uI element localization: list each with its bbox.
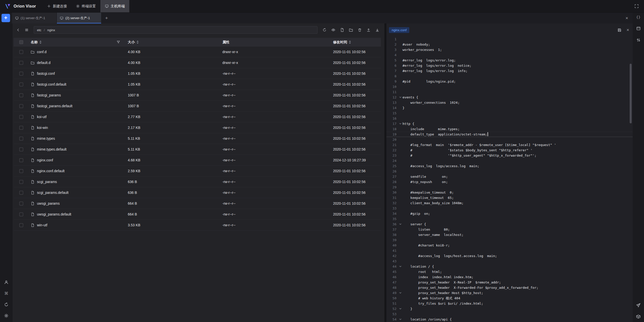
row-checkbox[interactable]: [19, 72, 23, 76]
package-box-icon[interactable]: [636, 314, 641, 319]
sync-icon[interactable]: [4, 302, 9, 307]
row-checkbox[interactable]: [19, 191, 23, 195]
editor-line[interactable]: 6#error_log logs/error.log notice;: [386, 63, 633, 68]
sort-size-icon[interactable]: [137, 41, 139, 44]
row-checkbox[interactable]: [19, 158, 23, 162]
editor-line[interactable]: 33: [386, 206, 633, 211]
editor-line[interactable]: 19 default_type application/octet-stream…: [386, 132, 633, 137]
row-checkbox[interactable]: [19, 223, 23, 227]
tab-server-2-active[interactable]: (2) server-生产-1: [57, 13, 101, 23]
row-checkbox[interactable]: [19, 180, 23, 184]
select-all-checkbox[interactable]: [19, 40, 23, 44]
fold-chevron-icon[interactable]: [398, 121, 403, 126]
row-checkbox[interactable]: [19, 148, 23, 151]
table-row[interactable]: conf.d 4.00 KB drwxr-xr-x 2020-11-01 10:…: [14, 47, 381, 57]
panel-splitter[interactable]: [384, 23, 386, 322]
fold-chevron-icon[interactable]: [398, 290, 403, 296]
new-folder-icon[interactable]: [347, 26, 354, 33]
row-checkbox[interactable]: [19, 202, 23, 205]
editor-line[interactable]: 41: [386, 248, 633, 253]
sort-mtime-icon[interactable]: [349, 41, 351, 44]
editor-line[interactable]: 1: [386, 37, 633, 42]
table-row[interactable]: scgi_params.default 636 B -rw-r--r-- 202…: [14, 187, 381, 198]
upload-icon[interactable]: [365, 26, 372, 33]
back-icon[interactable]: [15, 26, 22, 33]
editor-line[interactable]: 42 #access_log logs/host.access.log main…: [386, 253, 633, 259]
editor-line[interactable]: 15: [386, 111, 633, 116]
fold-chevron-icon[interactable]: [398, 317, 403, 322]
new-file-icon[interactable]: [339, 26, 346, 33]
table-row[interactable]: uwsgi_params 664 B -rw-r--r-- 2020-11-01…: [14, 198, 381, 209]
editor-line[interactable]: 3worker_processes 1;: [386, 47, 633, 52]
editor-line[interactable]: 45 root html;: [386, 269, 633, 274]
editor-line[interactable]: 10: [386, 84, 633, 89]
list-view-icon[interactable]: [23, 26, 30, 33]
editor-line[interactable]: 43: [386, 259, 633, 264]
editor-line[interactable]: 54 location /orion/api {: [386, 317, 633, 322]
editor-line[interactable]: 36 server {: [386, 222, 633, 227]
editor-line[interactable]: 32 client_max_body_size 1048m;: [386, 200, 633, 206]
table-row[interactable]: uwsgi_params.default 664 B -rw-r--r-- 20…: [14, 209, 381, 220]
editor-line[interactable]: 46 index index.html index.htm;: [386, 274, 633, 280]
editor-line[interactable]: 34 #gzip on;: [386, 211, 633, 216]
editor-line[interactable]: 44 location / {: [386, 264, 633, 269]
row-checkbox[interactable]: [19, 169, 23, 173]
fullscreen-icon[interactable]: [633, 3, 640, 10]
row-checkbox[interactable]: [19, 126, 23, 130]
download-icon[interactable]: [374, 26, 381, 33]
new-connection-button[interactable]: +: [2, 14, 10, 22]
editor-line[interactable]: 51 try_files $uri $uri/ /index.html;: [386, 301, 633, 306]
editor-body[interactable]: 12#user nobody;3worker_processes 1;45#er…: [386, 34, 633, 322]
editor-line[interactable]: 22 # '$status $body_bytes_sent "$http_re…: [386, 148, 633, 153]
table-row[interactable]: scgi_params 636 B -rw-r--r-- 2020-11-01 …: [14, 176, 381, 187]
row-checkbox[interactable]: [19, 212, 23, 216]
editor-line[interactable]: 48 proxy_set_header X-Forwarded-For $pro…: [386, 285, 633, 290]
editor-line[interactable]: 23 # '"$http_user_agent" "$http_x_forwar…: [386, 153, 633, 158]
table-row[interactable]: fastcgi.conf.default 1.05 KB -rw-r--r-- …: [14, 79, 381, 90]
editor-line[interactable]: 20: [386, 137, 633, 142]
table-row[interactable]: default.d 4.00 KB drwxr-xr-x 2020-11-01 …: [14, 57, 381, 68]
send-command-icon[interactable]: [636, 303, 641, 308]
editor-line[interactable]: 14}: [386, 105, 633, 111]
fold-chevron-icon[interactable]: [398, 306, 403, 311]
row-checkbox[interactable]: [19, 83, 23, 86]
refresh-icon[interactable]: [321, 26, 328, 33]
table-row[interactable]: fastcgi_params 1007 B -rw-r--r-- 2020-11…: [14, 90, 381, 101]
editor-line[interactable]: 39: [386, 237, 633, 243]
show-hidden-eye-icon[interactable]: [330, 26, 337, 33]
row-checkbox[interactable]: [19, 104, 23, 108]
breadcrumb-segment[interactable]: nginx: [47, 28, 55, 32]
row-checkbox[interactable]: [19, 50, 23, 54]
table-row[interactable]: mime.types.default 5.11 KB -rw-r--r-- 20…: [14, 144, 381, 155]
editor-line[interactable]: 49 proxy_set_header Host $http_host;: [386, 290, 633, 296]
editor-line[interactable]: 5#error_log logs/error.log;: [386, 58, 633, 63]
filter-funnel-icon[interactable]: [116, 40, 120, 44]
editor-line[interactable]: 9#pid logs/nginx.pid;: [386, 79, 633, 84]
menu-item-terminal-settings[interactable]: 终端设置: [71, 0, 100, 12]
table-row[interactable]: fastcgi_params.default 1007 B -rw-r--r--…: [14, 101, 381, 112]
user-icon[interactable]: [4, 280, 9, 284]
menu-item-host-terminal[interactable]: 主机终端: [100, 0, 129, 12]
editor-line[interactable]: 31 keepalive_timeout 65;: [386, 195, 633, 200]
editor-line[interactable]: 8: [386, 74, 633, 79]
row-checkbox[interactable]: [19, 137, 23, 140]
fold-chevron-icon[interactable]: [398, 95, 403, 100]
editor-line[interactable]: 12events {: [386, 95, 633, 100]
editor-line[interactable]: 18 include mime.types;: [386, 126, 633, 132]
editor-line[interactable]: 37 listen 80;: [386, 227, 633, 232]
editor-line[interactable]: 27 sendfile on;: [386, 174, 633, 179]
editor-line[interactable]: 28 #tcp_nopush on;: [386, 179, 633, 185]
command-icon[interactable]: ⌘: [4, 291, 8, 296]
editor-line[interactable]: 11: [386, 89, 633, 95]
editor-close-icon[interactable]: ×: [626, 28, 629, 32]
editor-line[interactable]: 25 #access_log logs/access.log main;: [386, 163, 633, 169]
editor-line[interactable]: 26: [386, 169, 633, 174]
breadcrumb-segment[interactable]: etc: [37, 28, 41, 32]
editor-line[interactable]: 30 #keepalive_timeout 0;: [386, 190, 633, 195]
editor-line[interactable]: 24: [386, 158, 633, 163]
editor-line[interactable]: 21 #log_format main '$remote_addr - $rem…: [386, 142, 633, 148]
table-row[interactable]: koi-win 2.17 KB -rw-r--r-- 2020-11-01 10…: [14, 122, 381, 133]
add-tab-button[interactable]: +: [102, 13, 111, 23]
editor-line[interactable]: 38 server_name localhost;: [386, 232, 633, 237]
editor-line[interactable]: 13 worker_connections 1024;: [386, 100, 633, 105]
